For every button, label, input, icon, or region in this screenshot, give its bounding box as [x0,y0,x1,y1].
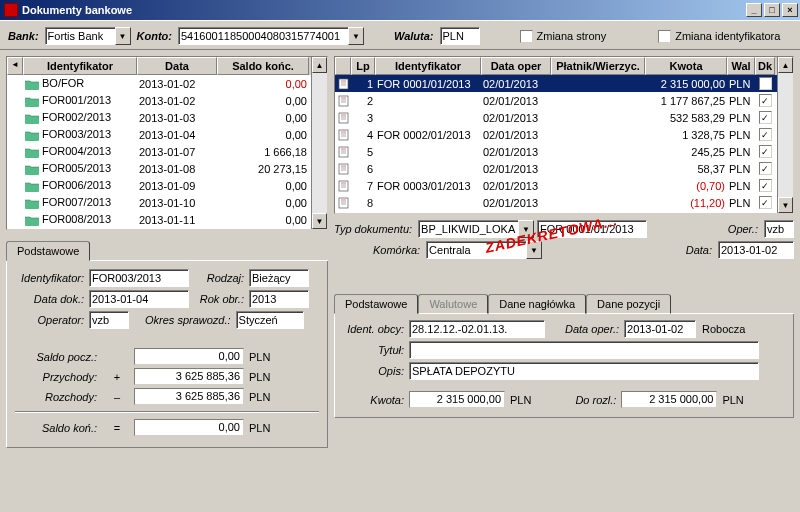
scroll-down-icon[interactable]: ▼ [312,213,327,229]
field-operator[interactable] [89,311,129,329]
bank-label: Bank: [8,30,39,42]
right-grid-body[interactable]: 1FOR 0001/01/201302/01/20132 315 000,00P… [335,75,777,211]
col-identyfikator[interactable]: Identyfikator [23,57,137,75]
col-identyfikator-r[interactable]: Identyfikator [375,57,481,75]
table-row[interactable]: BO/FOR2013-01-020,00 [7,75,311,92]
maximize-button[interactable]: □ [764,3,780,17]
lbl-identyfikator: Identyfikator: [15,272,87,284]
field-rodzaj[interactable] [249,269,309,287]
minimize-button[interactable]: _ [746,3,762,17]
zmiana-strony-checkbox[interactable]: Zmiana strony [520,30,607,43]
left-grid-body[interactable]: BO/FOR2013-01-020,00FOR001/20132013-01-0… [7,75,311,228]
col-lp[interactable]: Lp [351,57,375,75]
field-data-hdr[interactable] [718,241,794,259]
checkbox-icon[interactable]: ✓ [759,196,772,209]
left-form: Identyfikator: Rodzaj: Data dok.: Rok ob… [6,261,328,448]
bank-select[interactable] [45,27,115,45]
komorka-dropdown-icon[interactable]: ▼ [526,241,542,259]
col-data[interactable]: Data [137,57,217,75]
field-ident-obcy[interactable] [409,320,545,338]
col-wal[interactable]: Wal [727,57,755,75]
lbl-rodzaj: Rodzaj: [191,272,247,284]
folder-icon [25,79,39,90]
lbl-data-dok: Data dok.: [15,293,87,305]
table-row[interactable]: 202/01/20131 177 867,25PLN✓ [335,92,777,109]
bank-dropdown-icon[interactable]: ▼ [115,27,131,45]
field-opis[interactable] [409,362,759,380]
table-row[interactable]: 1FOR 0001/01/201302/01/20132 315 000,00P… [335,75,777,92]
waluta-field[interactable] [440,27,480,45]
lbl-oper: Oper.: [728,223,761,235]
table-row[interactable]: FOR007/20132013-01-100,00 [7,194,311,211]
col-data-oper[interactable]: Data oper [481,57,551,75]
field-komorka[interactable] [426,241,526,259]
scroll-track[interactable] [312,73,327,213]
col-saldo[interactable]: Saldo końc. [217,57,309,75]
tab-dane-naglowka[interactable]: Dane nagłówka [488,294,586,314]
table-row[interactable]: FOR008/20132013-01-110,00 [7,211,311,228]
checkbox-icon[interactable]: ✓ [759,162,772,175]
field-okres-spr[interactable] [236,311,304,329]
field-data-dok[interactable] [89,290,189,308]
col-platnik[interactable]: Płatnik/Wierzyc. [551,57,645,75]
close-button[interactable]: × [782,3,798,17]
checkbox-icon[interactable]: ✓ [759,179,772,192]
field-rozchody: 3 625 885,36 [134,388,244,405]
col-dk[interactable]: Dk [755,57,775,75]
field-rok-obr[interactable] [249,290,309,308]
scroll-up-icon[interactable]: ▲ [778,57,793,73]
field-oper[interactable] [764,220,794,238]
table-row[interactable]: FOR005/20132013-01-0820 273,15 [7,160,311,177]
tab-dane-pozycji[interactable]: Dane pozycji [586,294,671,314]
field-identyfikator[interactable] [89,269,189,287]
table-row[interactable]: FOR002/20132013-01-030,00 [7,109,311,126]
table-row[interactable]: 302/01/2013532 583,29PLN✓ [335,109,777,126]
table-row[interactable]: FOR001/20132013-01-020,00 [7,92,311,109]
document-icon [337,163,351,175]
field-typ-dokumentu[interactable] [418,220,518,238]
svg-rect-8 [339,113,348,123]
unit-pln: PLN [249,391,270,403]
tab-podstawowe[interactable]: Podstawowe [334,294,418,314]
konto-dropdown-icon[interactable]: ▼ [348,27,364,45]
document-icon [337,180,351,192]
table-row[interactable]: FOR003/20132013-01-040,00 [7,126,311,143]
folder-icon [25,215,39,226]
scroll-up-icon[interactable]: ▲ [312,57,327,73]
typ-dropdown-icon[interactable]: ▼ [518,220,534,238]
left-grid-header: ◄ Identyfikator Data Saldo końc. [7,57,311,75]
grid-first-button[interactable]: ◄ [7,57,23,75]
tab-walutowe[interactable]: Walutowe [418,294,488,314]
checkbox-icon[interactable]: ✓ [759,128,772,141]
checkbox-icon[interactable]: ✓ [759,111,772,124]
right-grid-scrollbar[interactable]: ▲ ▼ [777,57,793,213]
scroll-track[interactable] [778,73,793,197]
document-icon [337,129,351,141]
lbl-komorka: Komórka: [373,244,423,256]
left-grid-scrollbar[interactable]: ▲ ▼ [311,57,327,229]
lbl-rok-obr: Rok obr.: [191,293,247,305]
table-row[interactable]: FOR004/20132013-01-071 666,18 [7,143,311,160]
folder-icon [25,164,39,175]
lbl-do-rozl: Do rozl.: [575,394,619,406]
zmiana-idf-checkbox[interactable]: Zmiana identyfikatora [658,30,780,43]
checkbox-icon[interactable]: ✓ [759,94,772,107]
table-row[interactable]: FOR006/20132013-01-090,00 [7,177,311,194]
col-kwota[interactable]: Kwota [645,57,727,75]
svg-rect-24 [339,181,348,191]
table-row[interactable]: 502/01/2013245,25PLN✓ [335,143,777,160]
field-ref[interactable] [537,220,647,238]
lbl-robocza: Robocza [702,323,745,335]
table-row[interactable]: 602/01/201358,37PLN✓ [335,160,777,177]
tab-podstawowe-left[interactable]: Podstawowe [6,241,90,261]
table-row[interactable]: 7FOR 0003/01/201302/01/2013(0,70)PLN✓ [335,177,777,194]
field-tytul[interactable] [409,341,759,359]
scroll-down-icon[interactable]: ▼ [778,197,793,213]
checkbox-icon[interactable]: ✓ [759,145,772,158]
konto-select[interactable] [178,27,348,45]
table-row[interactable]: 4FOR 0002/01/201302/01/20131 328,75PLN✓ [335,126,777,143]
field-data-oper[interactable] [624,320,696,338]
checkbox-icon[interactable]: ✓ [759,77,772,90]
svg-rect-4 [339,96,348,106]
table-row[interactable]: 802/01/2013(11,20)PLN✓ [335,194,777,211]
